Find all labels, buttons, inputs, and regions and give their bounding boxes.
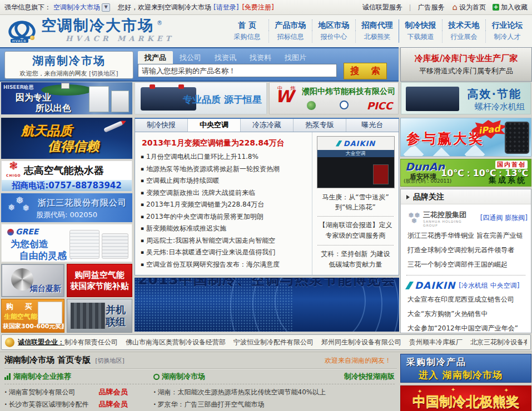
alliance-company[interactable]: 北京三花制冷设备有限责任 <box>470 338 527 347</box>
hengxing-banner[interactable]: 专业品质 源于恒星 <box>135 82 267 114</box>
nav-region-market[interactable]: 地区市场 <box>312 19 355 31</box>
brand-news-item[interactable]: 大金“东方购物”火热销售中 <box>401 307 531 321</box>
switch-region-link[interactable]: [切换地区] <box>95 357 125 365</box>
news-item[interactable]: 2013年的中央空调市场前景将更加明朗 <box>141 211 309 223</box>
nav-quote-center[interactable]: 报价中心 <box>312 31 355 43</box>
tongyi-subsidy-ad[interactable]: 购同益空气能 获国家节能补贴 <box>67 264 132 297</box>
search-tab-products[interactable]: 找产品 <box>138 51 173 65</box>
brand-news-item[interactable]: 大金宣布在印度尼西亚成立销售公司 <box>401 292 531 307</box>
expo-banner[interactable]: 2013中国制冷、空调与热泵节能博览会 <box>135 278 399 332</box>
add-favorite-link[interactable]: 加入收藏 <box>501 3 528 12</box>
sanhua-stock-ad[interactable]: ❅ ❅ ❅ 浙江三花股份有限公司 股票代码: 002050 <box>1 193 132 222</box>
set-home-link[interactable]: 设为首页 <box>459 3 486 12</box>
regional-news-hunan-link[interactable]: 制冷快报湖南版 <box>344 372 395 382</box>
regional-news-row[interactable]: · 罗京华：广告三部曲打开空气能市场 <box>153 398 395 410</box>
right-column: 参与赢大奖 iPad DunAn 盾安环境 (股票代码：002011) 国内首创… <box>400 118 531 333</box>
alliance-company[interactable]: 宁波恒业制冷配件有限公司 <box>233 338 314 347</box>
alliance-company[interactable]: 贵州顺丰冷库板厂 <box>409 338 463 347</box>
news-item[interactable]: 变频空调新政推出 洗牌大战提前来临 <box>141 187 309 199</box>
zhongwei-banner[interactable]: 中炜 W 濮阳中炜节能科技有限公司 PICC <box>269 82 399 114</box>
aerospace-ad[interactable]: 航天品质 值得信赖 <box>1 118 132 159</box>
news-photo-column: DAIKIN 大金空调 马生庚：从“雪中送炭” 到“锦上添花” 【湖南联谊会报道… <box>312 132 399 275</box>
chigo-ad[interactable]: ❃CHIGO 志高空气能热水器 招商电话:0757-88783942 <box>1 161 132 192</box>
news-item[interactable]: 周远院士:我国将从智能空调大国走向智能空 <box>141 235 309 247</box>
news-item[interactable]: 吴元炜:日本就暖通空调行业来说是值得我们 <box>141 247 309 259</box>
search-tab-docs[interactable]: 找资料 <box>243 51 278 65</box>
login-link[interactable]: [请登录] <box>213 3 238 12</box>
brand-news-item[interactable]: 打造全球制冷空调控制元器件领导者 <box>401 243 531 257</box>
news-item[interactable]: 1月份空调电机出口量环比上升11.8% <box>141 151 309 163</box>
nav-jobs[interactable]: 制冷人才 <box>485 31 529 43</box>
sanhua-brand-row[interactable]: ❅❅❅ 三花控股集团 SANHUA HOLDING GROUP [四通阀 膨胀阀… <box>401 204 531 228</box>
coldroom-ad-banner[interactable]: 冷库板/冷库门专业生产厂家 平移滑道式冷库门属专利产品 <box>400 47 532 82</box>
nav-bid-info[interactable]: 招标信息 <box>269 31 312 43</box>
tab-freezing[interactable]: 冷冻冷藏 <box>240 119 293 132</box>
switch-region-link[interactable]: [切换地区] <box>89 70 118 77</box>
tab-exposure[interactable]: 曝光台 <box>346 119 399 132</box>
daikin-logo: DAIKIN <box>344 139 375 148</box>
nav-tech[interactable]: 技术天地 <box>442 19 485 31</box>
site-dropdown-icon[interactable]: ▼ <box>102 3 110 12</box>
nav-home[interactable]: 首 页 <box>226 19 269 31</box>
nav-product-market[interactable]: 产品市场 <box>269 19 312 31</box>
shengneng-reward-ad[interactable]: 购 买 生能空气能 获国家300-600元奖励 <box>1 299 64 333</box>
side-news-item[interactable]: 【湖南联谊会报道】定义 专家级的空调服务商 <box>316 220 395 241</box>
nav-polar-bear-award[interactable]: 北极熊奖 <box>355 31 399 43</box>
nav-forum[interactable]: 行业论坛 <box>485 19 529 31</box>
hiseer-banner[interactable]: HISEER哈思 因为专业 所以出色 <box>1 82 132 114</box>
yantai-ad[interactable]: 烟台凝新 <box>1 264 64 297</box>
regional-col2-title[interactable]: 湖南制冷市场 <box>162 372 205 382</box>
sanhua-category-links[interactable]: [四通阀 膨胀阀] <box>480 213 528 223</box>
search-tab-companies[interactable]: 找公司 <box>173 51 208 65</box>
recommended-company-row[interactable]: · 长沙市芙蓉区诚理制冷配件 品牌会员 <box>4 398 153 410</box>
nav-purchase-info[interactable]: 采购信息 <box>226 31 269 43</box>
tab-heat-pump[interactable]: 热泵专版 <box>293 119 346 132</box>
regional-news-row[interactable]: · 湖南：太阳能次生源热源塔热泵比传统空调节能40%以上 <box>153 386 395 398</box>
news-headline[interactable]: 2013年1月变频空调销量为228.84万台 <box>142 138 309 148</box>
news-item[interactable]: 新变频能效标准或推迟实施 <box>141 223 309 235</box>
news-item[interactable]: 2013年1月变频空调销量为228.84万台 <box>141 199 309 211</box>
brand-news-item[interactable]: 大金参加“2012年中国空调产业年会” <box>401 321 531 333</box>
ad-service-link[interactable]: 广告服务 <box>417 3 444 12</box>
news-item[interactable]: 空调业首份互联网研究报告发布：海尔满意度 <box>141 259 309 271</box>
regional-col1-title[interactable]: 湖南制冷企业推荐 <box>13 372 71 382</box>
side-news-item[interactable]: 艾科：坚持创新 为建设 低碳城市贡献力量 <box>316 249 395 270</box>
add-favorite-icon: + <box>493 4 499 11</box>
nav-expo[interactable]: 行业展会 <box>442 31 485 43</box>
site-logo[interactable]: HVACR 空调制冷大市场 ® HVACR MARKET <box>7 18 174 44</box>
news-item[interactable]: 地源热泵等地热资源或将掀起新一轮投资热潮 <box>141 163 309 176</box>
region-box[interactable]: 湖南制冷市场 欢迎您，来自湖南的网友 [切换地区] <box>4 51 133 79</box>
ipad-prize-ad[interactable]: 参与赢大奖 iPad <box>400 118 531 157</box>
brand-site-link[interactable]: 空调制冷大市场 <box>53 3 100 12</box>
parallel-units-ad[interactable]: 并机联组 <box>67 299 132 333</box>
tab-refrigeration-news[interactable]: 制冷快报 <box>135 119 187 132</box>
alliance-company[interactable]: 制冷有限责任公司 <box>64 338 118 347</box>
photo-caption[interactable]: 马生庚：从“雪中送炭” 到“锦上添花” <box>316 192 395 212</box>
search-tab-images[interactable]: 找图片 <box>278 51 313 65</box>
daikin-store-photo[interactable]: DAIKIN 大金空调 <box>317 136 395 188</box>
nav-agency[interactable]: 招商代理 <box>355 19 399 31</box>
alliance-service-link[interactable]: 诚信联盟服务 <box>362 3 402 12</box>
search-tab-news[interactable]: 找资讯 <box>208 51 243 65</box>
daikin-brand-row[interactable]: DAIKIN [冷水机组 中央空调] <box>401 279 531 292</box>
enter-market-ad[interactable]: 采购制冷产品 进入 湖南制冷市场 <box>400 354 531 383</box>
alliance-company[interactable]: 佛山市南海区奥营制冷设备经营部 <box>126 338 226 347</box>
gree-ad[interactable]: GREE 为您创造 自由的灵感！ <box>1 224 132 262</box>
search-button[interactable]: 搜 索 <box>344 63 387 79</box>
brand-news-item[interactable]: 三花一个制冷空调部件王国的崛起 <box>401 257 531 272</box>
polar-bear-award-ad[interactable]: ✦ ✦ ✦ 中国制冷北极熊奖 <box>400 385 531 411</box>
tab-central-ac[interactable]: 中央空调 <box>187 119 240 132</box>
brand-news-item[interactable]: 浙江三花携手华锋铜业 旨在完善产业链 <box>401 228 531 243</box>
news-item[interactable]: 空调截止阀市场持续回暖 <box>141 175 309 187</box>
alliance-label[interactable]: 诚信联盟企业： <box>18 338 64 347</box>
screw-chiller-banner[interactable]: 高效·节能 螺杆冷水机组 <box>401 82 531 114</box>
recommended-company-row[interactable]: · 湖南富贸制冷有限公司 品牌会员 <box>4 386 153 398</box>
dunan-ad[interactable]: DunAn 盾安环境 (股票代码：002011) 国内首创 10℃：10℃：13… <box>400 159 531 187</box>
register-link[interactable]: [免费注册] <box>242 3 274 12</box>
compressor-rack-graphic <box>71 303 105 329</box>
nav-news[interactable]: 制冷快报 <box>399 19 442 31</box>
daikin-category-links[interactable]: [冷水机组 中央空调] <box>459 281 519 290</box>
alliance-company[interactable]: 郑州同生制冷设备有限公司 <box>321 338 401 347</box>
nav-download[interactable]: 下载频道 <box>399 31 442 43</box>
search-input[interactable] <box>138 64 337 77</box>
